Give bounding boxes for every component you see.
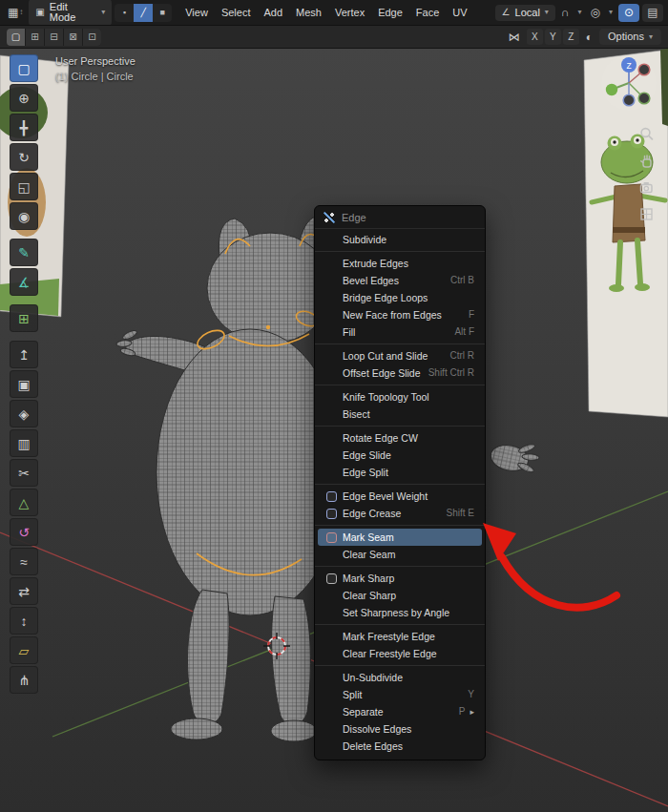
gizmo-x-neg-axis[interactable] — [638, 64, 650, 75]
mirror-y-button[interactable]: Y — [545, 29, 561, 45]
menu-item-edge-bevel-weight[interactable]: Edge Bevel Weight — [318, 488, 482, 505]
menu-view[interactable]: View — [178, 4, 215, 22]
mirror-toggle[interactable]: ⋈ — [506, 30, 523, 45]
options-dropdown[interactable]: Options ▾ — [599, 29, 661, 45]
tool-select-box[interactable]: ▢ — [10, 54, 38, 82]
menu-item-label: Delete Edges — [343, 741, 403, 752]
tool-shear[interactable]: ▱ — [10, 636, 38, 664]
select-mode-face[interactable]: ■ — [153, 4, 172, 22]
select-mode-edge[interactable]: ╱ — [134, 4, 153, 22]
tool-inset-faces[interactable]: ▣ — [10, 370, 38, 398]
navigation-gizmo[interactable]: Z — [599, 53, 658, 113]
menu-item-mark-freestyle-edge[interactable]: Mark Freestyle Edge — [318, 628, 482, 645]
editor-type-selector[interactable]: ▦↕ — [5, 5, 26, 20]
tool-transform[interactable]: ◉ — [10, 202, 38, 230]
tool-move[interactable]: ╋ — [10, 114, 38, 141]
menu-item-dissolve-edges[interactable]: Dissolve Edges — [318, 720, 482, 738]
menu-separator — [315, 385, 485, 385]
tool-smooth[interactable]: ≈ — [10, 548, 38, 575]
mode-dropdown[interactable]: ▣ Edit Mode ▾ — [29, 0, 112, 26]
menu-edge[interactable]: Edge — [371, 4, 409, 22]
tool-edge-slide[interactable]: ⇄ — [10, 577, 38, 605]
menu-item-edge-split[interactable]: Edge Split — [318, 464, 482, 481]
menu-item-mark-sharp[interactable]: Mark Sharp — [318, 570, 482, 587]
menu-add[interactable]: Add — [257, 4, 289, 22]
selection-mode-invert[interactable]: ⊠ — [64, 29, 82, 46]
edge-select-icon — [324, 212, 335, 223]
tool-spin[interactable]: ↺ — [10, 518, 38, 546]
menu-item-knife-topology-tool[interactable]: Knife Topology Tool — [318, 388, 482, 406]
tool-rotate[interactable]: ↻ — [10, 143, 38, 171]
proportional-editing-icon: ◎ — [591, 7, 600, 18]
menu-item-bisect[interactable]: Bisect — [318, 406, 482, 423]
menu-item-un-subdivide[interactable]: Un-Subdivide — [318, 669, 482, 686]
overlays-toggle[interactable]: ▤ — [642, 4, 663, 22]
menu-item-label: Split — [343, 690, 362, 700]
menu-item-separate[interactable]: SeparateP▸ — [318, 703, 482, 720]
selection-mode-subtract[interactable]: ⊟ — [45, 29, 63, 46]
tool-annotate[interactable]: ✎ — [10, 239, 38, 266]
viewport-text-overlay: User Perspective (1) Circle | Circle — [55, 53, 136, 84]
snapping-dropdown[interactable]: ▾ — [575, 7, 585, 18]
edit-mode-icon: ▣ — [35, 8, 44, 17]
menu-item-label: Dissolve Edges — [343, 724, 411, 735]
tool-extrude-region[interactable]: ↥ — [10, 341, 38, 368]
top-menu-bar: ▦↕ ▣ Edit Mode ▾ ▪╱■ ViewSelectAddMeshVe… — [0, 0, 668, 26]
tool-add-cube[interactable]: ⊞ — [10, 304, 38, 332]
selection-mode-new[interactable]: ▢ — [7, 29, 25, 46]
menu-item-subdivide[interactable]: Subdivide — [318, 231, 482, 248]
tool-measure[interactable]: ∡ — [10, 268, 38, 296]
selection-mode-extend[interactable]: ⊞ — [26, 29, 44, 46]
proportional-editing-toggle[interactable]: ◎ — [588, 5, 603, 20]
proportional-editing-dropdown[interactable]: ▾ — [606, 7, 616, 18]
menu-item-bevel-edges[interactable]: Bevel EdgesCtrl B — [318, 272, 482, 289]
tool-shrink-fatten[interactable]: ↕ — [10, 607, 38, 635]
tool-scale[interactable]: ◱ — [10, 173, 38, 200]
menu-select[interactable]: Select — [215, 4, 258, 22]
gizmo-toggle[interactable]: ⊙ — [618, 4, 639, 22]
zoom-button[interactable] — [637, 124, 656, 143]
menu-mesh[interactable]: Mesh — [289, 4, 328, 22]
menu-item-clear-seam[interactable]: Clear Seam — [318, 546, 482, 563]
tool-settings-right: ⋈ XYZ ◐ Options ▾ — [506, 29, 661, 45]
select-mode-vertex[interactable]: ▪ — [115, 4, 134, 22]
menu-vertex[interactable]: Vertex — [328, 4, 371, 22]
menu-item-edge-crease[interactable]: Edge CreaseShift E — [318, 505, 482, 522]
selection-mode-intersect[interactable]: ⊡ — [83, 29, 101, 46]
gizmo-y-neg-axis[interactable] — [638, 93, 650, 104]
tool-loop-cut[interactable]: ▥ — [10, 429, 38, 457]
mirror-x-button[interactable]: X — [527, 29, 543, 45]
menu-item-offset-edge-slide[interactable]: Offset Edge SlideShift Ctrl R — [318, 364, 482, 382]
menu-item-clear-freestyle-edge[interactable]: Clear Freestyle Edge — [318, 645, 482, 662]
menu-face[interactable]: Face — [409, 4, 446, 22]
menu-uv[interactable]: UV — [446, 4, 473, 22]
gizmo-y-axis[interactable] — [606, 84, 617, 95]
perspective-toggle-button[interactable] — [637, 204, 656, 223]
transform-orientation-dropdown[interactable]: ∠ Local ▾ — [495, 5, 555, 21]
gizmo-z-neg-axis[interactable] — [623, 94, 635, 106]
tool-knife[interactable]: ✂ — [10, 459, 38, 487]
mirror-z-button[interactable]: Z — [563, 29, 579, 45]
pan-button[interactable] — [637, 151, 656, 170]
menu-item-label: Bevel Edges — [343, 276, 399, 286]
menu-item-rotate-edge-cw[interactable]: Rotate Edge CW — [318, 429, 482, 447]
menu-item-split[interactable]: SplitY — [318, 686, 482, 703]
menu-item-set-sharpness-by-angle[interactable]: Set Sharpness by Angle — [318, 604, 482, 621]
menu-item-extrude-edges[interactable]: Extrude Edges — [318, 255, 482, 272]
menu-item-clear-sharp[interactable]: Clear Sharp — [318, 587, 482, 604]
tool-cursor[interactable]: ⊕ — [10, 84, 38, 112]
proportional-falloff-button[interactable]: ◐ — [583, 30, 595, 45]
tool-bevel[interactable]: ◈ — [10, 400, 38, 427]
camera-view-button[interactable] — [637, 177, 656, 197]
tool-poly-build[interactable]: △ — [10, 489, 38, 516]
menu-item-edge-slide[interactable]: Edge Slide — [318, 447, 482, 464]
menu-item-delete-edges[interactable]: Delete Edges — [318, 738, 482, 755]
menu-item-fill[interactable]: FillAlt F — [318, 323, 482, 341]
menu-item-mark-seam[interactable]: Mark Seam — [318, 529, 482, 546]
editor-type-chevron-icon: ↕ — [19, 9, 23, 16]
tool-rip-region[interactable]: ⋔ — [10, 666, 38, 694]
menu-item-loop-cut-and-slide[interactable]: Loop Cut and SlideCtrl R — [318, 347, 482, 364]
snapping-toggle[interactable]: ∩ — [558, 5, 573, 20]
menu-item-new-face-from-edges[interactable]: New Face from EdgesF — [318, 306, 482, 323]
menu-item-bridge-edge-loops[interactable]: Bridge Edge Loops — [318, 289, 482, 306]
